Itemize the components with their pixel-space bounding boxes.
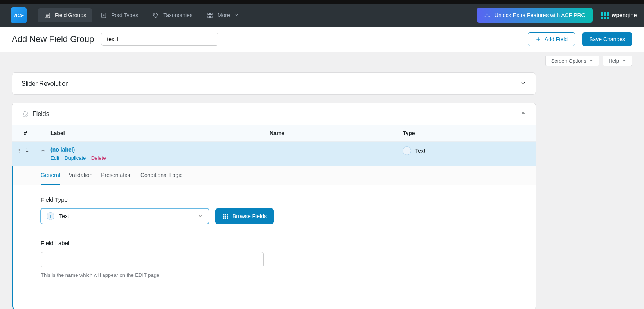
svg-rect-20 — [223, 214, 224, 215]
wpengine-wp: wp — [612, 12, 619, 18]
metabox-title: Slider Revolution — [22, 80, 69, 87]
group-title-input[interactable] — [101, 33, 218, 46]
field-label-link[interactable]: (no label) — [50, 146, 75, 153]
top-nav: ACF Field Groups Post Types Taxonomies M… — [0, 0, 644, 27]
wpengine-engine: engine — [619, 12, 637, 18]
action-delete[interactable]: Delete — [91, 155, 106, 161]
field-settings: Field Type T Text Browse Fields — [13, 185, 536, 309]
action-edit[interactable]: Edit — [50, 155, 59, 161]
screen-options-tab[interactable]: Screen Options — [545, 56, 600, 66]
field-edit-panel: General Validation Presentation Conditio… — [12, 166, 536, 309]
fields-toggle[interactable]: Fields — [12, 103, 536, 125]
col-type: Type — [403, 130, 536, 136]
svg-rect-27 — [225, 217, 226, 219]
col-name: Name — [270, 130, 403, 136]
svg-rect-4 — [102, 13, 106, 18]
tab-presentation[interactable]: Presentation — [101, 166, 132, 185]
field-label-helper: This is the name which will appear on th… — [41, 272, 315, 278]
svg-point-15 — [19, 149, 20, 150]
pro-button-label: Unlock Extra Features with ACF PRO — [495, 12, 586, 18]
chevron-down-icon — [520, 80, 526, 87]
screen-options-label: Screen Options — [551, 58, 586, 64]
svg-rect-9 — [210, 13, 212, 15]
svg-point-18 — [18, 152, 18, 153]
wpengine-mark-icon — [601, 12, 609, 19]
setting-field-label: Field Label This is the name which will … — [41, 240, 315, 278]
svg-rect-8 — [208, 13, 210, 15]
plus-icon — [535, 36, 541, 42]
puzzle-icon — [22, 110, 29, 117]
sparkle-icon — [484, 12, 491, 19]
page-title: Add New Field Group — [12, 34, 94, 44]
acf-logo: ACF — [11, 7, 27, 23]
nav-item-label: More — [218, 12, 230, 18]
field-type-value: Text — [59, 213, 69, 219]
caret-down-icon — [622, 59, 626, 63]
svg-rect-11 — [210, 16, 212, 18]
nav-items: Field Groups Post Types Taxonomies More — [38, 8, 477, 22]
help-tab[interactable]: Help — [603, 56, 632, 66]
slider-revolution-toggle[interactable]: Slider Revolution — [12, 73, 536, 94]
browse-fields-label: Browse Fields — [232, 213, 267, 219]
chevron-down-icon — [234, 12, 239, 19]
svg-point-16 — [18, 150, 18, 151]
metabox-title: Fields — [32, 110, 49, 117]
chevron-down-icon — [198, 213, 203, 219]
nav-post-types[interactable]: Post Types — [94, 8, 144, 22]
header-bar: Add New Field Group Add Field Save Chang… — [0, 27, 644, 52]
col-label: Label — [47, 130, 270, 136]
setting-field-type: Field Type T Text Browse Fields — [41, 196, 315, 224]
svg-rect-25 — [227, 216, 228, 217]
tab-conditional-logic[interactable]: Conditional Logic — [140, 166, 182, 185]
document-icon — [100, 12, 107, 19]
row-actions: Edit Duplicate Delete — [50, 155, 270, 161]
unlock-pro-button[interactable]: Unlock Extra Features with ACF PRO — [477, 8, 593, 23]
caret-down-icon — [589, 59, 594, 63]
field-type-label: Field Type — [41, 196, 315, 203]
field-label-label: Field Label — [41, 240, 315, 246]
col-num: # — [12, 130, 47, 136]
row-index: 1 — [25, 146, 36, 153]
chevron-up-icon — [40, 148, 46, 153]
nav-taxonomies[interactable]: Taxonomies — [146, 8, 199, 22]
field-type-select[interactable]: T Text — [41, 208, 209, 224]
svg-point-7 — [154, 14, 155, 14]
row-type: T Text — [403, 146, 536, 155]
svg-rect-23 — [223, 216, 224, 217]
edit-tabs: General Validation Presentation Conditio… — [13, 166, 536, 185]
nav-item-label: Post Types — [111, 12, 138, 18]
field-label-input[interactable] — [41, 252, 264, 267]
nav-more[interactable]: More — [200, 8, 246, 22]
browse-fields-button[interactable]: Browse Fields — [215, 208, 274, 224]
nav-field-groups[interactable]: Field Groups — [38, 8, 92, 22]
row-type-label: Text — [415, 148, 425, 154]
nav-item-label: Field Groups — [55, 12, 86, 18]
wpengine-logo: wpengine — [601, 12, 637, 19]
action-duplicate[interactable]: Duplicate — [65, 155, 86, 161]
fields-metabox: Fields # Label Name Type 1 (no label) Ed… — [12, 103, 536, 309]
drag-icon — [16, 148, 22, 154]
svg-rect-21 — [225, 214, 226, 215]
help-label: Help — [608, 58, 619, 64]
content-area: Slider Revolution Fields # Label Name Ty… — [0, 70, 548, 309]
type-letter-icon: T — [47, 212, 54, 220]
row-collapse[interactable] — [36, 146, 50, 153]
svg-rect-22 — [227, 214, 228, 215]
add-field-button[interactable]: Add Field — [528, 32, 575, 46]
svg-rect-26 — [223, 217, 224, 219]
tag-icon — [152, 12, 159, 19]
chevron-up-icon — [520, 110, 526, 117]
svg-point-14 — [18, 149, 18, 150]
tab-general[interactable]: General — [41, 166, 60, 185]
drag-handle[interactable] — [12, 146, 25, 154]
add-field-label: Add Field — [545, 36, 568, 42]
svg-point-19 — [19, 152, 20, 153]
grid-icon — [222, 213, 228, 219]
type-letter-icon: T — [403, 146, 411, 155]
field-row: 1 (no label) Edit Duplicate Delete T Tex… — [12, 142, 536, 166]
nav-item-label: Taxonomies — [163, 12, 192, 18]
save-changes-button[interactable]: Save Changes — [582, 32, 632, 46]
list-icon — [44, 12, 51, 19]
svg-rect-28 — [227, 217, 228, 219]
tab-validation[interactable]: Validation — [69, 166, 92, 185]
